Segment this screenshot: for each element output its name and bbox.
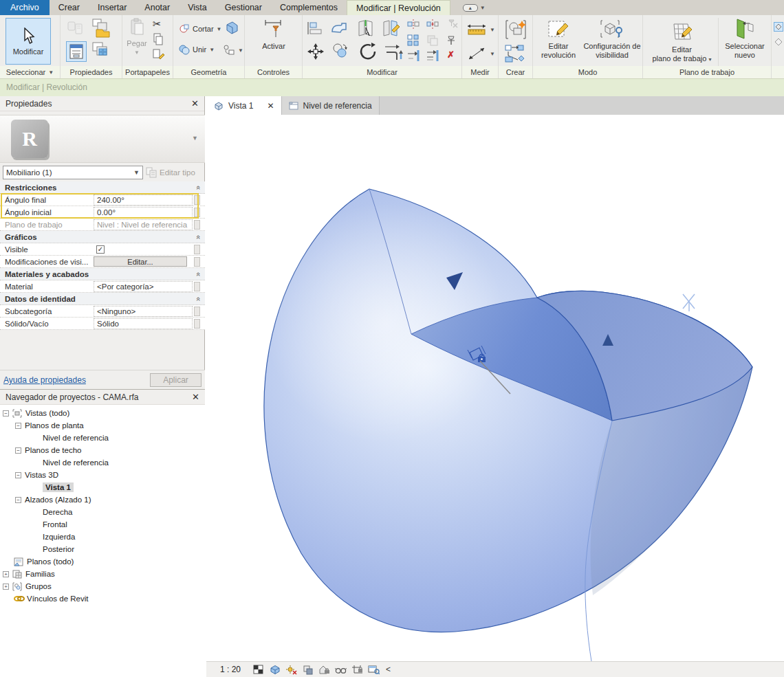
tree-item-vistas-todo[interactable]: − Vistas (todo)	[0, 407, 205, 419]
associate-parameter-button[interactable]	[194, 195, 200, 205]
scale-icon[interactable]	[426, 34, 439, 47]
mirror-draw-axis-icon[interactable]	[426, 19, 439, 29]
type-selector-combobox[interactable]: Mobiliario (1) ▼	[3, 166, 143, 179]
modify-tool-button[interactable]: Modificar	[6, 18, 51, 65]
copy-icon[interactable]	[153, 33, 164, 45]
collapse-section-icon[interactable]: «	[195, 234, 203, 238]
split-with-gap-icon[interactable]	[381, 19, 400, 37]
edit-visibility-button[interactable]: Editar...	[94, 256, 187, 267]
rotate-icon[interactable]	[358, 41, 378, 62]
join-geometry-button[interactable]: Unir ▼	[179, 44, 215, 55]
tree-item-nivel-referencia-planta[interactable]: Nivel de referencia	[0, 432, 205, 444]
type-selector-expand-icon[interactable]: ▼	[192, 135, 198, 142]
material-value[interactable]: <Por categoría>	[94, 281, 193, 292]
move-icon[interactable]	[307, 43, 325, 60]
collapse-node-icon[interactable]: −	[15, 497, 21, 503]
demolish-button[interactable]: ▼	[223, 44, 243, 56]
select-new-workplane-button[interactable]: Seleccionarnuevo	[720, 18, 770, 59]
edit-revolution-button[interactable]: Editarrevolución	[536, 18, 581, 59]
angulo-inicial-value[interactable]: 0.00°	[94, 207, 193, 218]
user-interface-icon[interactable]	[91, 41, 111, 62]
copy-element-icon[interactable]	[331, 43, 349, 59]
tree-item-vinculos-revit[interactable]: Vínculos de Revit	[0, 592, 205, 605]
tree-item-planos-de-techo[interactable]: −Planos de techo	[0, 444, 205, 456]
tree-item-frontal[interactable]: Frontal	[0, 518, 205, 531]
associate-parameter-button[interactable]	[194, 245, 200, 254]
visibility-settings-button[interactable]: Configuración devisibilidad	[582, 18, 642, 59]
tree-item-izquierda[interactable]: Izquierda	[0, 531, 205, 543]
collapse-node-icon[interactable]: −	[3, 410, 9, 417]
detail-level-icon[interactable]	[252, 664, 264, 675]
partial-tool-icon-2[interactable]	[774, 37, 783, 47]
align-icon[interactable]	[307, 21, 323, 36]
pin-icon[interactable]	[446, 34, 457, 47]
tree-item-grupos[interactable]: + Grupos	[0, 580, 205, 592]
tab-complementos[interactable]: Complementos	[271, 0, 347, 15]
collapse-section-icon[interactable]: «	[195, 296, 203, 300]
tree-item-planos-de-planta[interactable]: −Planos de planta	[0, 419, 205, 432]
section-restricciones[interactable]: Restricciones«	[0, 181, 205, 194]
associate-parameter-button[interactable]	[194, 208, 200, 217]
tree-item-nivel-referencia-techo[interactable]: Nivel de referencia	[0, 456, 205, 469]
activate-dimensions-button[interactable]: Activar	[257, 19, 290, 50]
family-types-folder-icon[interactable]	[91, 18, 111, 38]
delete-icon[interactable]: ✗	[447, 49, 455, 60]
tab-anotar[interactable]: Anotar	[135, 0, 179, 15]
tree-item-posterior[interactable]: Posterior	[0, 543, 205, 555]
project-browser-header[interactable]: Navegador de proyectos - CAMA.rfa ✕	[0, 390, 205, 405]
tree-item-vistas-3d[interactable]: −Vistas 3D	[0, 469, 205, 481]
create-group-icon[interactable]	[504, 44, 526, 63]
section-graficos[interactable]: Gráficos«	[0, 231, 205, 243]
expand-node-icon[interactable]: +	[3, 571, 9, 577]
mirror-pick-axis-icon[interactable]	[407, 19, 420, 29]
collapse-node-icon[interactable]: −	[15, 447, 21, 454]
tab-archivo[interactable]: Archivo	[0, 0, 50, 15]
properties-palette-header[interactable]: Propiedades ✕	[0, 96, 204, 111]
array-icon[interactable]	[407, 34, 420, 47]
edit-type-button[interactable]: Editar tipo	[146, 166, 204, 179]
properties-palette-icon[interactable]	[66, 41, 87, 62]
tab-modificar-revolucion[interactable]: Modificar | Revolución	[347, 0, 450, 15]
edit-workplane-button[interactable]: Editarplano de trabajo ▾	[646, 18, 719, 66]
close-view-icon[interactable]: ✕	[267, 101, 274, 111]
solido-vacio-value[interactable]: Sólido	[94, 318, 193, 329]
subcategoria-value[interactable]: <Ninguno>	[94, 306, 193, 317]
sun-path-icon[interactable]	[285, 664, 297, 675]
temporary-hide-isolate-icon[interactable]	[335, 664, 347, 675]
temporary-view-properties-icon[interactable]	[368, 664, 380, 675]
visible-checkbox[interactable]: ✓	[96, 245, 105, 254]
view-tab-vista-1[interactable]: Vista 1 ✕	[206, 96, 282, 115]
close-icon[interactable]: ✕	[191, 98, 199, 109]
locked-3d-view-icon[interactable]	[318, 664, 330, 675]
collapse-section-icon[interactable]: «	[195, 271, 203, 276]
panel-label-seleccionar[interactable]: Seleccionar▼	[0, 66, 60, 78]
tree-item-familias[interactable]: + Familias	[0, 568, 205, 580]
collapse-node-icon[interactable]: −	[15, 423, 21, 429]
unpin-icon[interactable]	[446, 18, 458, 29]
create-similar-icon[interactable]	[504, 18, 527, 41]
drawing-area[interactable]	[206, 115, 784, 661]
cut-geometry-button[interactable]: Cortar ▼	[179, 23, 221, 34]
expand-node-icon[interactable]: +	[3, 584, 9, 590]
visual-style-icon[interactable]	[269, 664, 281, 675]
offset-icon[interactable]	[384, 41, 404, 62]
cope-icon[interactable]	[330, 21, 348, 36]
section-materiales[interactable]: Materiales y acabados«	[0, 268, 205, 280]
tab-crear[interactable]: Crear	[50, 0, 89, 15]
paste-button[interactable]: Pegar ▼	[125, 18, 149, 56]
view-scale-button[interactable]: 1 : 20	[220, 665, 241, 674]
split-element-icon[interactable]	[356, 19, 375, 37]
ribbon-minimize-control[interactable]: ▲ ▼	[463, 0, 486, 15]
collapse-section-icon[interactable]: «	[195, 185, 203, 189]
view-tab-nivel-de-referencia[interactable]: Nivel de referencia	[282, 96, 380, 115]
section-datos-identidad[interactable]: Datos de identidad«	[0, 293, 205, 305]
match-type-properties-icon[interactable]	[153, 48, 165, 60]
tree-item-alzados[interactable]: −Alzados (Alzado 1)	[0, 493, 205, 506]
partial-tool-icon[interactable]	[774, 22, 783, 32]
tab-gestionar[interactable]: Gestionar	[216, 0, 271, 15]
cut-scissors-icon[interactable]: ✂	[153, 18, 162, 30]
tree-item-vista-1[interactable]: Vista 1	[0, 481, 205, 493]
crop-region-icon[interactable]	[351, 664, 363, 675]
tab-vista[interactable]: Vista	[179, 0, 216, 15]
associate-parameter-button[interactable]	[194, 282, 200, 291]
